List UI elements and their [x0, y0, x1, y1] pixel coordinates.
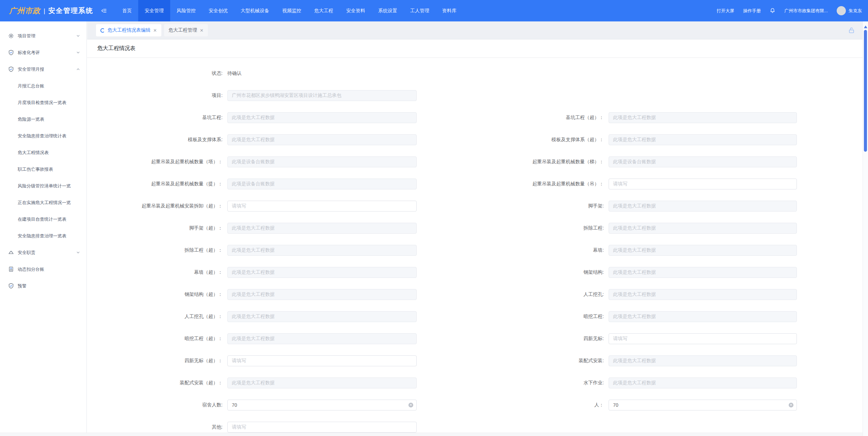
form-row: 起重吊装及起重机械安装拆卸（超）： 请填写 脚手架: 此项是危大工程数据 [87, 201, 868, 212]
top-menu-item[interactable]: 资料库 [436, 0, 463, 21]
field-label: 暗挖工程: [478, 314, 609, 320]
text-input[interactable]: 请填写 [227, 355, 417, 366]
sidebar-subitem[interactable]: 危大工程情况表 [0, 144, 86, 161]
text-input: 此项是危大工程数据 [227, 378, 417, 388]
chevron-up-icon [76, 67, 80, 71]
manual-link[interactable]: 操作手册 [743, 8, 761, 14]
input-text: 70 [613, 402, 618, 408]
clear-icon[interactable] [789, 403, 793, 407]
helmet-icon [8, 250, 14, 255]
field-label: 宿舍人数: [87, 402, 227, 408]
sidebar-item[interactable]: 安全职责 [0, 244, 86, 261]
top-menu-item[interactable]: 工人管理 [404, 0, 436, 21]
gear-icon [8, 33, 14, 39]
text-input: 此项是危大工程数据 [609, 355, 797, 366]
input-text: 请填写 [613, 181, 627, 187]
field-label: 起重吊装及起重机械数量（塔）： [87, 159, 227, 165]
sidebar-subitem[interactable]: 职工伤亡事故报表 [0, 161, 86, 178]
form-row: 人工挖孔（超）： 此项是危大工程数据 暗挖工程: 此项是危大工程数据 [87, 311, 868, 322]
top-menu-item[interactable]: 首页 [116, 0, 138, 21]
text-input[interactable]: 请填写 [227, 201, 417, 212]
input-text: 70 [232, 402, 237, 408]
input-text: 此项是危大工程数据 [232, 225, 275, 231]
user-menu[interactable]: 朱克东 [837, 6, 862, 15]
sidebar-item[interactable]: 动态扣分台账 [0, 261, 86, 278]
text-input: 此项是危大工程数据 [227, 333, 417, 344]
form-row: 项目: 广州市花都区炭步镇鸭湖安置区项目设计施工总承包 [87, 90, 868, 101]
input-text: 此项是危大工程数据 [232, 380, 275, 386]
field-label: 起重吊装及起重机械数量（吊）： [478, 181, 609, 187]
logo-brand: 广州市政 [9, 6, 41, 16]
input-text: 请填写 [232, 358, 246, 364]
horizontal-scrollbar[interactable] [0, 433, 863, 436]
text-input: 此项是危大工程数据 [227, 267, 417, 278]
logo-divider: | [44, 7, 45, 15]
form-row: 装配式安装（超）： 此项是危大工程数据 水下作业: 此项是危大工程数据 [87, 378, 868, 388]
sidebar-subitem[interactable]: 危险源一览表 [0, 111, 86, 128]
sidebar-subitem[interactable]: 正在实施危大工程情况一览 [0, 194, 86, 211]
field-label: 基坑工程（超）： [478, 115, 609, 121]
text-input: 此项是设备台账数据 [227, 179, 417, 189]
field-label: 钢架结构: [478, 269, 609, 275]
sidebar-subitem[interactable]: 风险分级管控清单统计一览 [0, 178, 86, 194]
field-label: 起重吊装及起重机械数量（提）： [87, 181, 227, 187]
scroll-up-arrow-icon[interactable] [864, 24, 867, 28]
input-text: 此项是危大工程数据 [613, 358, 656, 364]
app-logo[interactable]: 广州市政 | 安全管理系统 [0, 5, 87, 17]
vertical-scrollbar[interactable] [863, 21, 868, 436]
text-input[interactable]: 请填写 [227, 422, 417, 433]
field-label: 起重吊装及起重机械数量（梯）： [478, 159, 609, 165]
top-menu-item[interactable]: 安全管理 [138, 0, 170, 21]
field-label: 人工挖孔（超）： [87, 314, 227, 320]
form-row: 状态: 待确认 [87, 68, 868, 79]
scrollbar-thumb[interactable] [864, 30, 867, 152]
sidebar-item[interactable]: 项目管理 [0, 28, 86, 44]
sidebar-subitem[interactable]: 在建项目自查统计一览表 [0, 211, 86, 228]
text-input: 此项是危大工程数据 [227, 223, 417, 234]
close-icon[interactable] [153, 28, 157, 33]
field-label: 人： [478, 402, 609, 408]
text-input: 此项是危大工程数据 [227, 245, 417, 256]
company-name[interactable]: 广州市市政集团有限... [784, 8, 828, 14]
clear-icon[interactable] [408, 403, 413, 407]
loading-icon [100, 28, 105, 33]
top-menu-item[interactable]: 风险管控 [170, 0, 202, 21]
text-input[interactable]: 70 [227, 400, 417, 410]
bell-icon[interactable] [770, 8, 775, 14]
text-input: 广州市花都区炭步镇鸭湖安置区项目设计施工总承包 [227, 90, 417, 101]
sidebar-subitem[interactable]: 安全隐患排查治理一览表 [0, 228, 86, 244]
text-input[interactable]: 请填写 [609, 179, 797, 189]
tab[interactable]: 危大工程管理 [164, 24, 208, 36]
text-input[interactable]: 请填写 [609, 333, 797, 344]
menu-fold-icon[interactable] [101, 8, 107, 14]
top-menu-item[interactable]: 大型机械设备 [234, 0, 276, 21]
input-text: 此项是设备台账数据 [232, 181, 275, 187]
top-menu-item[interactable]: 危大工程 [308, 0, 340, 21]
tab[interactable]: 危大工程情况表编辑 [96, 24, 161, 36]
top-menu-item[interactable]: 安全创优 [202, 0, 234, 21]
form-row: 四新无标（超）： 请填写 装配式安装: 此项是危大工程数据 [87, 355, 868, 366]
input-text: 此项是危大工程数据 [613, 314, 656, 320]
text-input: 此项是危大工程数据 [609, 201, 797, 212]
top-menu-item[interactable]: 系统设置 [372, 0, 404, 21]
text-input: 此项是危大工程数据 [609, 311, 797, 322]
input-text: 此项是危大工程数据 [232, 247, 275, 253]
input-text: 此项是危大工程数据 [613, 291, 656, 298]
avatar[interactable] [837, 6, 846, 15]
sidebar-item[interactable]: 标准化考评 [0, 44, 86, 61]
close-icon[interactable] [200, 28, 204, 33]
topbar: 广州市政 | 安全管理系统 首页安全管理风险管控安全创优大型机械设备视频监控危大… [0, 0, 868, 21]
input-text: 此项是危大工程数据 [613, 380, 656, 386]
lock-icon[interactable] [848, 27, 855, 34]
sidebar-item[interactable]: 安全管理月报 [0, 61, 86, 78]
sidebar-item[interactable]: 预警 [0, 278, 86, 294]
sidebar-subitem[interactable]: 月报汇总台账 [0, 78, 86, 94]
top-menu-item[interactable]: 视频监控 [276, 0, 308, 21]
form-content: 状态: 待确认 项目: 广州市花都区炭步镇鸭湖安置区项目设计施工总承包 基坑工程… [87, 58, 868, 433]
field-label: 其他: [87, 424, 227, 430]
text-input[interactable]: 70 [609, 400, 797, 410]
sidebar-subitem[interactable]: 月度项目检查情况一览表 [0, 94, 86, 111]
top-menu-item[interactable]: 安全资料 [340, 0, 372, 21]
sidebar-subitem[interactable]: 安全隐患排查治理统计表 [0, 128, 86, 144]
open-bigscreen-link[interactable]: 打开大屏 [717, 8, 734, 14]
